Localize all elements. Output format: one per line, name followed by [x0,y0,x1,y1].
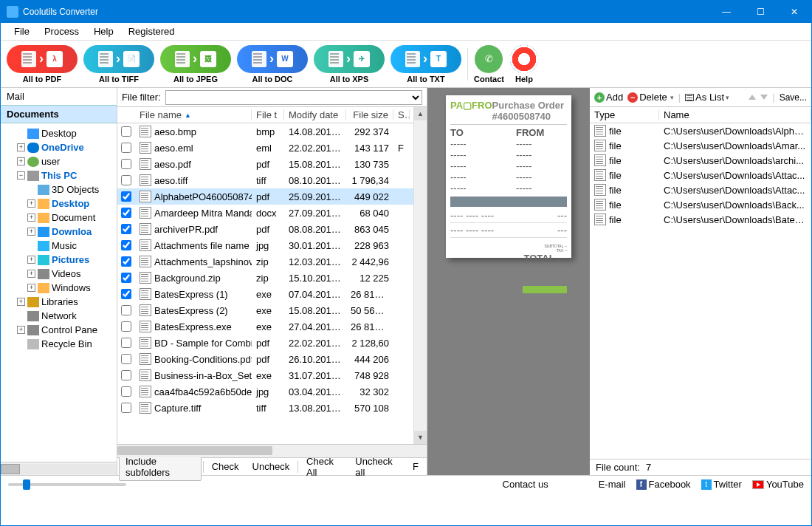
row-checkbox[interactable] [121,305,131,315]
rcol-name[interactable]: Name [659,109,811,120]
twitter-link[interactable]: tTwitter [701,479,742,490]
all-to-txt-button[interactable]: ›T [390,45,461,73]
tree-node[interactable]: +Control Pane [2,323,115,337]
all-to-tiff-button[interactable]: ›📄 [83,45,154,73]
facebook-link[interactable]: fFacebook [636,479,691,490]
row-checkbox[interactable] [121,386,131,397]
file-row[interactable]: BatesExpress.exe exe 27.04.2018 ... 26 8… [117,318,413,335]
row-checkbox[interactable] [121,354,131,364]
tab-f[interactable]: F [406,458,425,475]
file-row[interactable]: BatesExpress (2) exe 15.08.2018 ... 50 5… [117,302,413,318]
save-button[interactable]: Save... [780,92,807,103]
expander-icon[interactable]: + [17,157,25,165]
sidebar-hscroll[interactable] [1,462,117,475]
file-row[interactable]: Attachments_lapshinova... zip 12.03.2018… [117,253,413,270]
tree-node[interactable]: +Libraries [2,295,115,309]
menu-registered[interactable]: Registered [121,24,182,38]
tree-node[interactable]: +Videos [2,267,115,281]
add-button[interactable]: +Add [594,92,623,103]
youtube-link[interactable]: YouTube [752,479,804,490]
file-row[interactable]: BD - Sample for Combini... pdf 22.02.201… [117,335,413,351]
help-button[interactable] [510,45,538,73]
menu-process[interactable]: Process [37,24,86,38]
selected-file-row[interactable]: fileC:\Users\user\Downloads\Attac... [590,182,811,197]
file-row[interactable]: Amardeep Mitra Mandal... docx 27.09.2018… [117,205,413,221]
col-su[interactable]: Su... [393,109,410,120]
file-row[interactable]: AlphabetPO4600508740... pdf 25.09.2018 .… [117,188,413,205]
selected-file-row[interactable]: fileC:\Users\user\Downloads\Bates... [590,212,811,227]
zoom-slider[interactable] [8,483,126,486]
expander-icon[interactable]: + [17,326,25,334]
all-to-doc-button[interactable]: ›W [237,45,308,73]
row-checkbox[interactable] [121,159,131,169]
all-to-pdf-button[interactable]: ›λ [7,45,78,73]
row-checkbox[interactable] [121,208,131,218]
expander-icon[interactable]: + [27,284,35,292]
filelist-vscroll[interactable]: ▲▼ [413,107,427,444]
tree-node[interactable]: −This PC [2,168,115,182]
all-to-xps-button[interactable]: ›✈ [314,45,385,73]
tree-node[interactable]: +Pictures [2,253,115,267]
tree-node[interactable]: Network [2,309,115,323]
menu-help[interactable]: Help [86,24,121,38]
file-row[interactable]: archiverPR.pdf pdf 08.08.2018 ... 863 04… [117,221,413,237]
file-row[interactable]: aeso.pdf pdf 15.08.2018 ... 130 735 [117,156,413,172]
row-checkbox[interactable] [121,370,131,380]
menu-file[interactable]: File [7,24,37,38]
file-row[interactable]: aeso.bmp bmp 14.08.2018 ... 292 374 [117,123,413,140]
slider-knob[interactable] [23,479,30,490]
file-row[interactable]: caa4fba4c592a6b50deb... jpg 03.04.2018 .… [117,383,413,400]
expander-icon[interactable]: + [27,270,35,278]
selected-file-row[interactable]: fileC:\Users\user\Downloads\Back... [590,197,811,212]
col-filetype[interactable]: File t [252,109,284,120]
row-checkbox[interactable] [121,403,131,413]
row-checkbox[interactable] [121,338,131,348]
selected-file-row[interactable]: fileC:\Users\user\Downloads\archi... [590,153,811,168]
tree-node[interactable]: Music [2,239,115,253]
file-row[interactable]: Capture.tiff tiff 13.08.2018 ... 570 108 [117,400,413,416]
expander-icon[interactable]: + [27,199,35,208]
contact-button[interactable]: ✆ [475,45,503,73]
expander-icon[interactable]: + [27,228,35,236]
close-button[interactable]: ✕ [777,1,811,23]
filter-dropdown[interactable] [165,90,422,105]
selected-file-row[interactable]: fileC:\Users\user\Downloads\Amar... [590,138,811,153]
sidebar-tab-documents[interactable]: Documents [1,105,117,123]
expander-icon[interactable]: + [17,143,25,151]
col-filename[interactable]: File name▲ [135,109,252,120]
filelist-hscroll[interactable] [117,444,427,457]
tree-node[interactable]: +Downloa [2,225,115,239]
delete-button[interactable]: −Delete▾ [627,92,674,103]
row-checkbox[interactable] [121,126,131,137]
all-to-jpeg-button[interactable]: ›🖼 [160,45,231,73]
row-checkbox[interactable] [121,321,131,332]
file-row[interactable]: Booking-Conditions.pdf pdf 26.10.2018 ..… [117,351,413,367]
file-row[interactable]: aeso.eml eml 22.02.2018 ... 143 117 F [117,140,413,156]
tree-node[interactable]: +user [2,154,115,168]
tree-node[interactable]: +Windows [2,281,115,295]
rcol-type[interactable]: Type [590,109,659,120]
as-list-button[interactable]: As List▾ [685,92,729,103]
email-link[interactable]: E-mail [599,479,626,490]
row-checkbox[interactable] [121,175,131,185]
tree-node[interactable]: Recycle Bin [2,337,115,351]
row-checkbox[interactable] [121,256,131,267]
file-row[interactable]: Business-in-a-Box_Setu... exe 31.07.2018… [117,367,413,383]
row-checkbox[interactable] [121,289,131,299]
file-row[interactable]: aeso.tiff tiff 08.10.2018 ... 1 796,34 [117,172,413,188]
tree-node[interactable]: 3D Objects [2,182,115,197]
row-checkbox[interactable] [121,143,131,153]
selected-file-row[interactable]: fileC:\Users\user\Downloads\Attac... [590,168,811,182]
tree-node[interactable]: Desktop [2,126,115,140]
expander-icon[interactable]: − [17,171,25,180]
sidebar-tab-mail[interactable]: Mail [1,88,117,105]
file-row[interactable]: Background.zip zip 15.10.2018 ... 12 225 [117,270,413,286]
tab-check[interactable]: Check [205,458,246,475]
move-up-button[interactable] [749,95,756,100]
row-checkbox[interactable] [121,240,131,250]
selected-file-row[interactable]: fileC:\Users\user\Downloads\Alpha... [590,123,811,138]
move-down-button[interactable] [760,95,768,100]
row-checkbox[interactable] [121,191,131,202]
file-row[interactable]: BatesExpress (1) exe 07.04.2018 ... 26 8… [117,286,413,302]
maximize-button[interactable]: ☐ [743,1,777,23]
